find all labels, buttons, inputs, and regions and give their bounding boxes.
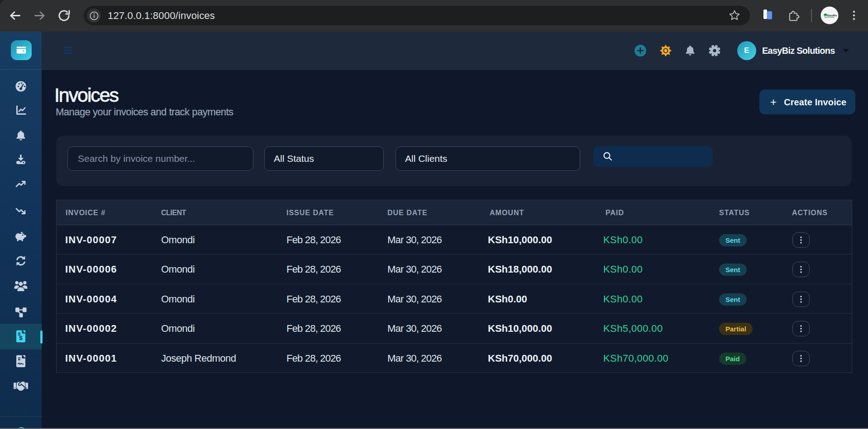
svg-text:EasyBiz: EasyBiz <box>827 14 837 17</box>
svg-text:$: $ <box>19 335 23 341</box>
